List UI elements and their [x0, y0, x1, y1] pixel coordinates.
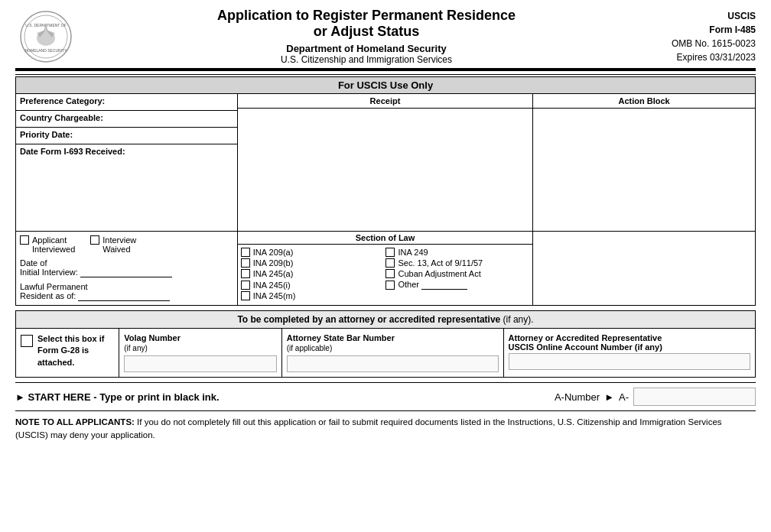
- sol-cuban: Cuban Adjustment Act: [386, 269, 529, 278]
- g28-label: Select this box ifForm G-28 isattached.: [37, 333, 104, 368]
- sol-cuban-label: Cuban Adjustment Act: [398, 269, 480, 278]
- sol-ina209b-checkbox[interactable]: [241, 258, 250, 268]
- sol-other: Other: [386, 280, 529, 290]
- form-omb: OMB No. 1615-0023: [656, 37, 756, 50]
- interview-waived-checkbox[interactable]: [90, 235, 99, 245]
- attorney-section-header: To be completed by an attorney or accred…: [16, 311, 755, 329]
- volag-sublabel: (if any): [124, 344, 277, 352]
- dept-sub: U.S. Citizenship and Immigration Service…: [76, 54, 656, 65]
- attorney-bar-col: Attorney State Bar Number (if applicable…: [282, 329, 504, 377]
- title-line2: or Adjust Status: [76, 24, 656, 40]
- action-block-header: Action Block: [533, 94, 755, 109]
- attorney-header-suffix: (if any).: [503, 314, 534, 325]
- a-number-label: A-Number: [555, 391, 600, 403]
- sol-ina249-checkbox[interactable]: [386, 248, 395, 257]
- volag-input[interactable]: [124, 355, 277, 372]
- attorney-body: Select this box ifForm G-28 isattached. …: [16, 329, 755, 377]
- sol-sec13-label: Sec. 13, Act of 9/11/57: [398, 258, 483, 268]
- sol-ina209a: INA 209(a): [241, 248, 385, 257]
- initial-interview-date: Date ofInitial Interview:: [20, 258, 233, 277]
- g28-checkbox[interactable]: [21, 335, 33, 347]
- priority-date-field: Priority Date:: [16, 128, 237, 144]
- rep-account-col: Attorney or Accredited RepresentativeUSC…: [504, 329, 755, 377]
- svg-text:HOMELAND SECURITY: HOMELAND SECURITY: [24, 48, 67, 53]
- sol-ina245a: INA 245(a): [241, 269, 385, 278]
- sol-ina245m-label: INA 245(m): [253, 291, 296, 300]
- action-block-area: [533, 109, 755, 231]
- sol-ina209a-label: INA 209(a): [253, 248, 294, 257]
- sol-ina245a-label: INA 245(a): [253, 269, 294, 278]
- uscis-lower-body: ApplicantInterviewed InterviewWaived Dat…: [16, 231, 755, 305]
- volag-label: Volag Number: [124, 333, 277, 342]
- form-agency: USCIS: [656, 9, 756, 23]
- section-of-law-col: Section of Law INA 209(a) INA 249 INA 20…: [238, 232, 533, 305]
- applicant-interviewed-item: ApplicantInterviewed: [20, 235, 75, 254]
- receipt-col: Receipt: [238, 94, 533, 231]
- sol-ina249-label: INA 249: [398, 248, 428, 257]
- thick-divider-1: [15, 68, 756, 71]
- interview-waived-item: InterviewWaived: [90, 235, 136, 254]
- start-here-row: ► START HERE - Type or print in black in…: [15, 382, 756, 411]
- sol-checkboxes-grid: INA 209(a) INA 249 INA 209(b) Sec. 13, A…: [238, 245, 532, 303]
- interview-waived-label: InterviewWaived: [102, 235, 136, 254]
- sol-other-label: Other: [398, 280, 467, 290]
- uscis-fields-col: Preference Category: Country Chargeable:…: [16, 94, 238, 231]
- sol-ina245m-checkbox[interactable]: [241, 291, 250, 300]
- thin-divider-1: [15, 74, 756, 75]
- uscis-header: For USCIS Use Only: [16, 77, 755, 94]
- interview-checkboxes: ApplicantInterviewed InterviewWaived: [20, 235, 233, 254]
- form-expires: Expires 03/31/2023: [656, 50, 756, 64]
- a-number-input[interactable]: [633, 388, 756, 406]
- note-section: NOTE TO ALL APPLICANTS: If you do not co…: [15, 416, 756, 443]
- date-i693-field: Date Form I-693 Received:: [16, 144, 237, 161]
- attorney-header-text: To be completed by an attorney or accred…: [237, 314, 500, 325]
- attorney-bar-input[interactable]: [287, 355, 499, 372]
- uscis-use-only-section: For USCIS Use Only Preference Category: …: [15, 76, 756, 306]
- receipt-header: Receipt: [238, 94, 532, 109]
- sol-ina209b: INA 209(b): [241, 258, 385, 268]
- dept-name: Department of Homeland Security: [76, 43, 656, 54]
- dhs-seal-icon: U.S. DEPARTMENT OF HOMELAND SECURITY: [19, 10, 73, 63]
- a-number-area: A-Number ► A-: [555, 388, 756, 406]
- main-title: Application to Register Permanent Reside…: [76, 8, 656, 24]
- attorney-bar-sublabel: (if applicable): [287, 344, 499, 352]
- lpr-date: Lawful PermanentResident as of:: [20, 282, 233, 301]
- receipt-area: [238, 109, 532, 185]
- form-number: Form I-485: [656, 23, 756, 37]
- sol-header: Section of Law: [238, 232, 532, 245]
- preference-category-field: Preference Category:: [16, 94, 237, 111]
- sol-sec13: Sec. 13, Act of 9/11/57: [386, 258, 529, 268]
- sol-ina209a-checkbox[interactable]: [241, 248, 250, 257]
- uscis-upper-body: Preference Category: Country Chargeable:…: [16, 94, 755, 231]
- start-here-label: ► START HERE - Type or print in black in…: [15, 391, 220, 403]
- applicant-interviewed-checkbox[interactable]: [20, 235, 29, 245]
- form-info: USCIS Form I-485 OMB No. 1615-0023 Expir…: [656, 9, 756, 64]
- logo-area: U.S. DEPARTMENT OF HOMELAND SECURITY: [15, 10, 76, 63]
- attorney-section: To be completed by an attorney or accred…: [15, 310, 756, 378]
- note-prefix: NOTE TO ALL APPLICANTS:: [15, 417, 135, 427]
- rep-account-input[interactable]: [509, 353, 750, 370]
- sol-ina249: INA 249: [386, 248, 529, 257]
- action-block-lower: [533, 232, 755, 305]
- initial-interview-underline: [80, 268, 172, 277]
- sol-sec13-checkbox[interactable]: [386, 258, 395, 268]
- a-prefix-label: A-: [619, 391, 629, 403]
- sol-ina245i-checkbox[interactable]: [241, 281, 250, 290]
- sol-ina245i: INA 245(i): [241, 280, 385, 290]
- attorney-select-col: Select this box ifForm G-28 isattached.: [16, 329, 119, 377]
- start-here-text: START HERE - Type or print in black ink.: [28, 391, 220, 403]
- lpr-date-underline: [78, 291, 170, 301]
- country-chargeable-field: Country Chargeable:: [16, 111, 237, 128]
- page-header: U.S. DEPARTMENT OF HOMELAND SECURITY App…: [15, 8, 756, 65]
- sol-ina209b-label: INA 209(b): [253, 258, 294, 268]
- rep-account-label: Attorney or Accredited RepresentativeUSC…: [509, 333, 750, 352]
- sol-ina245a-checkbox[interactable]: [241, 269, 250, 278]
- start-arrow-icon: ►: [15, 391, 25, 403]
- interview-col: ApplicantInterviewed InterviewWaived Dat…: [16, 232, 238, 305]
- sol-cuban-checkbox[interactable]: [386, 269, 395, 278]
- sol-other-checkbox[interactable]: [386, 281, 395, 290]
- a-number-arrow-icon: ►: [604, 391, 614, 403]
- header-title-area: Application to Register Permanent Reside…: [76, 8, 656, 65]
- attorney-bar-label: Attorney State Bar Number: [287, 333, 499, 342]
- applicant-interviewed-label: ApplicantInterviewed: [32, 235, 75, 254]
